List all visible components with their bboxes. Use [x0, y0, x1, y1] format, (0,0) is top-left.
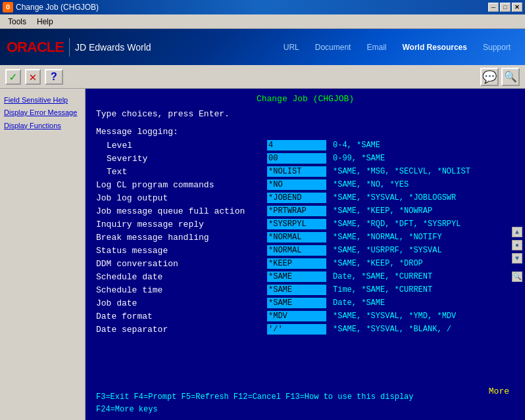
- form-rows: Level 0-4, *SAME Severity 0-99, *SAME Te…: [96, 139, 514, 335]
- menu-tools[interactable]: Tools: [3, 16, 32, 28]
- input-schedule-date[interactable]: [267, 271, 326, 282]
- chat-icon: 💬: [482, 70, 497, 84]
- input-date-separator[interactable]: [267, 324, 326, 335]
- nav-support[interactable]: Support: [475, 40, 518, 55]
- instruction: Type choices, press Enter.: [96, 109, 514, 119]
- label-schedule-time: Schedule time: [96, 285, 267, 295]
- input-status-msg[interactable]: [267, 245, 326, 256]
- app-icon: O: [3, 2, 13, 12]
- table-row: Job log output *SAME, *SYSVAL, *JOBLOGSW…: [96, 192, 514, 204]
- input-severity[interactable]: [267, 153, 326, 164]
- hint-break-msg: *SAME, *NORMAL, *NOTIFY: [333, 233, 442, 242]
- hint-date-format: *SAME, *SYSVAL, *YMD, *MDV: [333, 312, 456, 321]
- logo-divider: [69, 38, 70, 57]
- input-job-msg-queue[interactable]: [267, 206, 326, 216]
- question-icon: ?: [51, 71, 57, 83]
- sidebar-display-functions[interactable]: Display Functions: [4, 121, 81, 131]
- page-title: Change Job (CHGJOB): [96, 94, 514, 104]
- nav-url[interactable]: URL: [276, 40, 307, 55]
- close-button[interactable]: ✕: [512, 3, 522, 12]
- table-row: Log CL program commands *SAME, *NO, *YES: [96, 179, 514, 191]
- hint-job-log-output: *SAME, *SYSVAL, *JOBLOGSWR: [333, 193, 456, 202]
- sidebar: Field Sensitive Help Display Error Messa…: [0, 89, 86, 420]
- label-status-msg: Status message: [96, 246, 267, 256]
- confirm-button[interactable]: ✓: [5, 69, 21, 85]
- input-break-msg[interactable]: [267, 232, 326, 243]
- table-row: Date separator *SAME, *SYSVAL, *BLANK, /: [96, 323, 514, 335]
- oracle-text: ORACLE: [7, 39, 64, 56]
- table-row: Schedule time Time, *SAME, *CURRENT: [96, 284, 514, 296]
- zoom-button[interactable]: 🔍: [512, 271, 522, 282]
- hint-severity: 0-99, *SAME: [333, 154, 385, 163]
- scroll-mid-button[interactable]: ●: [512, 240, 522, 250]
- table-row: Status message *SAME, *USRPRF, *SYSVAL: [96, 245, 514, 256]
- hint-ddm: *SAME, *KEEP, *DROP: [333, 259, 423, 268]
- table-row: Job date Date, *SAME: [96, 297, 514, 309]
- menu-help[interactable]: Help: [32, 16, 59, 28]
- hint-status-msg: *SAME, *USRPRF, *SYSVAL: [333, 246, 442, 255]
- input-log-cl[interactable]: [267, 179, 326, 190]
- scroll-down-button[interactable]: ▼: [512, 253, 522, 264]
- label-job-log-output: Job log output: [96, 193, 267, 203]
- hint-schedule-date: Date, *SAME, *CURRENT: [333, 272, 432, 281]
- table-row: DDM conversation *SAME, *KEEP, *DROP: [96, 258, 514, 269]
- table-row: Break message handling *SAME, *NORMAL, *…: [96, 231, 514, 243]
- table-row: Date format *SAME, *SYSVAL, *YMD, *MDV: [96, 310, 514, 322]
- toolbar: ✓ ✕ ? 💬 🔍: [0, 65, 525, 89]
- table-row: Text *SAME, *MSG, *SECLVL, *NOLIST: [96, 166, 514, 177]
- x-icon: ✕: [30, 70, 37, 84]
- input-text[interactable]: [267, 166, 326, 177]
- table-row: Schedule date Date, *SAME, *CURRENT: [96, 271, 514, 283]
- function-keys: F3=Exit F4=Prompt F5=Refresh F12=Cancel …: [96, 391, 413, 416]
- input-date-format[interactable]: [267, 311, 326, 321]
- oracle-logo: ORACLE JD Edwards World: [7, 38, 151, 57]
- hint-job-msg-queue: *SAME, *KEEP, *NOWRAP: [333, 206, 432, 216]
- label-log-cl: Log CL program commands: [96, 180, 267, 190]
- label-severity: Severity: [96, 154, 267, 164]
- more-text: More: [489, 386, 509, 396]
- main-content: Field Sensitive Help Display Error Messa…: [0, 89, 525, 420]
- sidebar-field-sensitive-help[interactable]: Field Sensitive Help: [4, 95, 81, 105]
- maximize-button[interactable]: □: [500, 3, 511, 12]
- label-level: Level: [96, 141, 267, 151]
- hint-log-cl: *SAME, *NO, *YES: [333, 180, 409, 189]
- main-area: Change Job (CHGJOB) Type choices, press …: [86, 89, 525, 420]
- jde-text: JD Edwards World: [75, 42, 151, 53]
- help-button[interactable]: ?: [45, 69, 63, 85]
- hint-date-separator: *SAME, *SYSVAL, *BLANK, /: [333, 325, 451, 334]
- nav-world-resources[interactable]: World Resources: [394, 40, 474, 55]
- nav-email[interactable]: Email: [359, 40, 394, 55]
- hint-text: *SAME, *MSG, *SECLVL, *NOLIST: [333, 167, 470, 176]
- input-job-log-output[interactable]: [267, 193, 326, 203]
- function-keys-line1: F3=Exit F4=Prompt F5=Refresh F12=Cancel …: [96, 391, 413, 404]
- label-inquiry-msg: Inquiry message reply: [96, 220, 267, 229]
- nav-document[interactable]: Document: [307, 40, 359, 55]
- sidebar-display-error-message[interactable]: Display Error Message: [4, 108, 81, 118]
- input-level[interactable]: [267, 140, 326, 151]
- hint-schedule-time: Time, *SAME, *CURRENT: [333, 285, 432, 294]
- menu-bar: Tools Help: [0, 14, 525, 29]
- table-row: Job message queue full action *SAME, *KE…: [96, 205, 514, 217]
- minimize-button[interactable]: ─: [488, 3, 499, 12]
- title-bar: O Change Job (CHGJOB) ─ □ ✕: [0, 0, 525, 14]
- chat-button[interactable]: 💬: [480, 68, 499, 86]
- table-row: Level 0-4, *SAME: [96, 139, 514, 151]
- label-schedule-date: Schedule date: [96, 272, 267, 282]
- hint-job-date: Date, *SAME: [333, 298, 385, 308]
- label-date-separator: Date separator: [96, 325, 267, 335]
- label-ddm: DDM conversation: [96, 259, 267, 269]
- input-job-date[interactable]: [267, 298, 326, 308]
- input-schedule-time[interactable]: [267, 285, 326, 295]
- cancel-icon-button[interactable]: ✕: [25, 69, 41, 85]
- title-bar-buttons: ─ □ ✕: [488, 3, 522, 12]
- input-ddm[interactable]: [267, 258, 326, 269]
- input-inquiry-msg[interactable]: [267, 219, 326, 229]
- scroll-up-button[interactable]: ▲: [512, 227, 522, 237]
- title-bar-text: Change Job (CHGJOB): [16, 3, 99, 12]
- scroll-controls: ▲ ● ▼ 🔍: [512, 227, 522, 282]
- label-date-format: Date format: [96, 312, 267, 321]
- search-button[interactable]: 🔍: [501, 68, 520, 86]
- hint-level: 0-4, *SAME: [333, 141, 380, 150]
- section-label: Message logging:: [96, 127, 514, 137]
- function-keys-line2: F24=More keys: [96, 404, 413, 416]
